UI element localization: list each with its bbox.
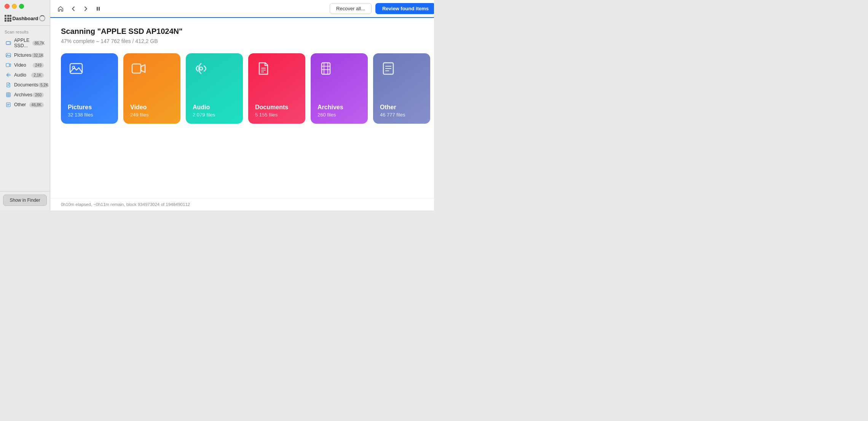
svg-rect-4 [6, 64, 10, 67]
sidebar-item-documents[interactable]: Documents 5,2K [2, 80, 48, 89]
scan-results-section-title: Scan results [0, 26, 50, 36]
card-audio-label: Audio [193, 104, 237, 111]
sidebar-badge-pictures: 32,1K [31, 53, 44, 58]
status-text: 0h10m elapsed, ~0h11m remain, block 9349… [61, 202, 190, 207]
home-icon [57, 5, 64, 12]
documents-card-icon [255, 60, 272, 77]
pictures-icon [5, 52, 11, 58]
card-video-label: Video [130, 104, 174, 111]
card-other-label: Other [380, 104, 424, 111]
sidebar-item-video[interactable]: Video 249 [2, 61, 48, 70]
minimize-button[interactable] [12, 4, 17, 9]
chevron-right-icon [83, 6, 88, 11]
sidebar-item-label-apple-ssd: APPLE SSD... [14, 38, 32, 48]
card-pictures-label: Pictures [68, 104, 112, 111]
cards-container: Pictures 32 138 files Video 249 files [61, 53, 430, 192]
sidebar-badge-video: 249 [33, 63, 44, 68]
card-pictures[interactable]: Pictures 32 138 files [61, 53, 118, 124]
sidebar-item-pictures[interactable]: Pictures 32,1K [2, 51, 48, 60]
scan-title: Scanning "APPLE SSD AP1024N" [61, 27, 430, 36]
sidebar-item-label-archives: Archives [14, 92, 32, 97]
status-bar: 0h10m elapsed, ~0h11m remain, block 9349… [50, 198, 434, 210]
hdd-icon [5, 40, 11, 46]
review-found-items-button[interactable]: Review found items [375, 3, 434, 14]
show-in-finder-button[interactable]: Show in Finder [3, 195, 47, 206]
sidebar-badge-apple-ssd: 86,7K [32, 41, 44, 46]
card-documents-label: Documents [255, 104, 299, 111]
pictures-card-icon [68, 60, 85, 77]
toolbar: Recover all... Review found items [50, 0, 434, 18]
main-content: Recover all... Review found items Scanni… [50, 0, 434, 210]
card-archives-label: Archives [318, 104, 362, 111]
sidebar-item-archives[interactable]: Archives 260 [2, 90, 48, 99]
svg-rect-18 [99, 7, 100, 11]
card-audio-count: 2 079 files [193, 112, 237, 118]
other-icon [5, 102, 11, 108]
chevron-left-icon [71, 6, 76, 11]
maximize-button[interactable] [19, 4, 24, 9]
archives-icon [5, 92, 11, 98]
home-button[interactable] [56, 4, 65, 14]
sidebar-item-apple-ssd[interactable]: APPLE SSD... 86,7K [2, 36, 48, 50]
card-documents-count: 5 155 files [255, 112, 299, 118]
sidebar-bottom: Show in Finder [0, 191, 50, 210]
svg-rect-19 [70, 64, 82, 73]
svg-rect-21 [132, 64, 141, 73]
svg-rect-2 [6, 53, 11, 57]
sidebar: Dashboard Scan results APPLE SSD... 86,7… [0, 0, 50, 210]
sidebar-item-label-other: Other [14, 102, 26, 107]
sidebar-badge-other: 46,8K [29, 102, 44, 107]
archives-card-icon [318, 60, 334, 77]
card-other-count: 46 777 files [380, 112, 424, 118]
sidebar-item-label-audio: Audio [14, 72, 26, 78]
sidebar-item-audio[interactable]: Audio 2,1K [2, 70, 48, 80]
svg-point-1 [10, 43, 10, 43]
svg-rect-8 [6, 93, 10, 97]
card-archives-count: 260 files [318, 112, 362, 118]
svg-rect-26 [322, 63, 330, 74]
video-icon [5, 62, 11, 68]
svg-point-5 [8, 75, 9, 76]
dashboard-grid-icon [5, 15, 11, 22]
sidebar-badge-audio: 2,1K [31, 73, 44, 78]
documents-icon [5, 82, 11, 88]
sidebar-item-other[interactable]: Other 46,8K [2, 100, 48, 109]
card-other[interactable]: Other 46 777 files [373, 53, 430, 124]
forward-button[interactable] [81, 5, 90, 13]
sidebar-item-label-video: Video [14, 62, 26, 68]
other-card-icon [380, 60, 397, 77]
close-button[interactable] [5, 4, 10, 9]
video-card-icon [130, 60, 147, 77]
sidebar-item-label-pictures: Pictures [14, 53, 31, 58]
traffic-lights [0, 0, 50, 13]
card-pictures-count: 32 138 files [68, 112, 112, 118]
back-button[interactable] [69, 5, 78, 13]
card-archives[interactable]: Archives 260 files [311, 53, 368, 124]
sidebar-badge-archives: 260 [33, 92, 44, 97]
svg-point-22 [199, 67, 203, 70]
dashboard-section[interactable]: Dashboard [0, 13, 50, 26]
card-video-count: 249 files [130, 112, 174, 118]
recover-all-button[interactable]: Recover all... [330, 3, 372, 14]
dashboard-label: Dashboard [13, 16, 38, 21]
audio-card-icon [193, 60, 209, 77]
sidebar-item-label-documents: Documents [14, 82, 38, 88]
card-video[interactable]: Video 249 files [123, 53, 180, 124]
content-area: Scanning "APPLE SSD AP1024N" 47% complet… [50, 18, 434, 198]
pause-button[interactable] [94, 4, 103, 13]
pause-icon [95, 6, 101, 12]
audio-icon [5, 72, 11, 78]
card-documents[interactable]: Documents 5 155 files [248, 53, 305, 124]
loading-spinner-icon [39, 15, 45, 21]
card-audio[interactable]: Audio 2 079 files [186, 53, 243, 124]
scan-subtitle: 47% complete – 147 762 files / 412,2 GB [61, 38, 430, 44]
svg-rect-17 [97, 7, 98, 11]
sidebar-badge-documents: 5,2K [38, 83, 49, 88]
